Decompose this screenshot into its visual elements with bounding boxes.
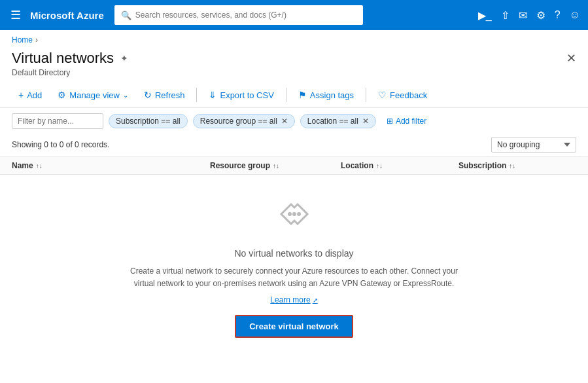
col-subscription-sort-icon: ↑↓ <box>509 162 515 170</box>
nav-icons: ▶_ ⇧ ✉ ⚙ ? ☺ <box>478 9 580 22</box>
grouping-select[interactable]: No grouping <box>491 137 576 153</box>
breadcrumb-separator: › <box>35 35 38 45</box>
add-label: Add <box>27 90 42 100</box>
refresh-icon: ↻ <box>144 90 152 100</box>
subscription-filter-label: Subscription == all <box>116 117 181 126</box>
resource-group-filter-remove[interactable]: ✕ <box>281 117 288 126</box>
create-virtual-network-button[interactable]: Create virtual network <box>235 315 353 338</box>
azure-logo: Microsoft Azure <box>30 10 104 21</box>
feedback-button[interactable]: ♡ Feedback <box>372 86 434 103</box>
toolbar: + Add ⚙ Manage view ⌄ ↻ Refresh ⇓ Export… <box>0 82 588 108</box>
svg-point-2 <box>297 212 301 216</box>
top-navbar: ☰ Microsoft Azure 🔍 ▶_ ⇧ ✉ ⚙ ? ☺ <box>0 0 588 30</box>
page-title: Virtual networks <box>12 50 114 67</box>
filter-name-input[interactable] <box>12 113 103 129</box>
empty-state-icon <box>268 188 320 240</box>
settings-icon[interactable]: ⚙ <box>536 9 545 22</box>
manage-view-icon: ⚙ <box>58 90 66 100</box>
svg-point-0 <box>288 212 292 216</box>
add-icon: + <box>18 90 24 100</box>
subscription-filter-tag[interactable]: Subscription == all <box>109 114 188 128</box>
breadcrumb: Home › <box>0 30 588 47</box>
export-csv-label: Export to CSV <box>220 90 273 100</box>
external-link-icon: ➚ <box>313 297 318 304</box>
assign-tags-button[interactable]: ⚑ Assign tags <box>292 86 360 103</box>
add-button[interactable]: + Add <box>12 86 48 103</box>
col-name-sort-icon: ↑↓ <box>36 162 43 170</box>
tag-icon: ⚑ <box>298 90 307 100</box>
close-button[interactable]: ✕ <box>566 51 576 65</box>
resource-group-filter-label: Resource group == all <box>200 117 277 126</box>
empty-state-title: No virtual networks to display <box>234 248 353 259</box>
col-header-name[interactable]: Name ↑↓ <box>12 161 210 170</box>
location-filter-tag[interactable]: Location == all ✕ <box>300 114 376 128</box>
manage-view-button[interactable]: ⚙ Manage view ⌄ <box>51 86 135 103</box>
location-filter-label: Location == all <box>307 117 358 126</box>
empty-state-description: Create a virtual network to securely con… <box>124 265 464 290</box>
manage-view-label: Manage view <box>69 90 120 100</box>
pin-icon[interactable]: ✦ <box>120 53 128 64</box>
toolbar-divider-1 <box>196 88 197 102</box>
empty-state: No virtual networks to display Create a … <box>0 175 588 351</box>
resource-group-filter-tag[interactable]: Resource group == all ✕ <box>193 114 295 128</box>
records-count: Showing 0 to 0 of 0 records. <box>12 140 109 149</box>
refresh-label: Refresh <box>155 90 185 100</box>
col-resource-group-label: Resource group <box>210 161 270 170</box>
notifications-icon[interactable]: ✉ <box>519 9 527 22</box>
add-filter-icon: ⊞ <box>387 117 393 126</box>
feedback-icon[interactable]: ☺ <box>570 9 580 21</box>
col-header-resource-group[interactable]: Resource group ↑↓ <box>210 161 341 170</box>
page-header: Virtual networks ✦ ✕ <box>0 47 588 67</box>
location-filter-remove[interactable]: ✕ <box>362 117 369 126</box>
add-filter-button[interactable]: ⊞ Add filter <box>381 115 432 128</box>
cloud-shell-icon[interactable]: ▶_ <box>478 9 492 22</box>
col-subscription-label: Subscription <box>458 161 506 170</box>
feedback-label: Feedback <box>390 90 427 100</box>
export-icon: ⇓ <box>209 90 216 100</box>
col-location-sort-icon: ↑↓ <box>376 162 383 170</box>
col-header-subscription[interactable]: Subscription ↑↓ <box>458 161 576 170</box>
search-bar[interactable]: 🔍 <box>114 5 363 25</box>
col-name-label: Name <box>12 161 33 170</box>
table-header: Name ↑↓ Resource group ↑↓ Location ↑↓ Su… <box>0 156 588 175</box>
assign-tags-label: Assign tags <box>310 90 354 100</box>
page-subtitle: Default Directory <box>0 67 588 82</box>
hamburger-icon[interactable]: ☰ <box>8 5 24 25</box>
help-icon[interactable]: ? <box>555 9 561 21</box>
add-filter-label: Add filter <box>396 117 426 126</box>
col-location-label: Location <box>341 161 373 170</box>
learn-more-label: Learn more <box>270 295 310 304</box>
feedback-icon: ♡ <box>378 90 387 100</box>
refresh-button[interactable]: ↻ Refresh <box>137 86 192 103</box>
upload-icon[interactable]: ⇧ <box>501 9 510 22</box>
toolbar-divider-2 <box>286 88 286 102</box>
col-resource-group-sort-icon: ↑↓ <box>273 162 279 170</box>
learn-more-link[interactable]: Learn more ➚ <box>270 295 317 304</box>
search-input[interactable] <box>135 10 356 20</box>
toolbar-divider-3 <box>366 88 366 102</box>
export-csv-button[interactable]: ⇓ Export to CSV <box>202 86 280 103</box>
breadcrumb-home[interactable]: Home <box>12 35 33 45</box>
col-header-location[interactable]: Location ↑↓ <box>341 161 458 170</box>
filter-bar: Subscription == all Resource group == al… <box>0 108 588 134</box>
svg-point-1 <box>292 212 296 216</box>
records-row: Showing 0 to 0 of 0 records. No grouping <box>0 134 588 156</box>
manage-view-chevron: ⌄ <box>123 92 128 99</box>
